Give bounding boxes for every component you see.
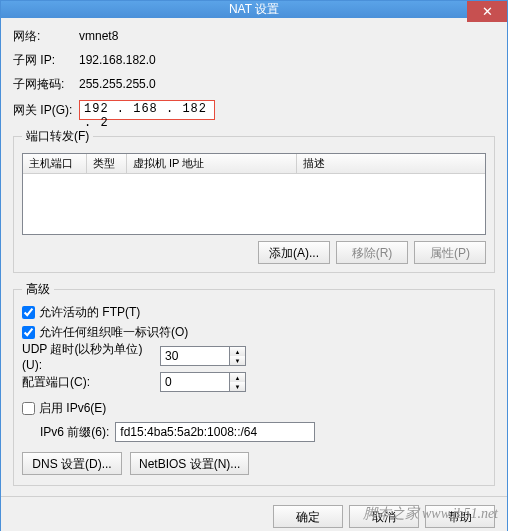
down-arrow-icon[interactable]: ▼: [230, 356, 245, 365]
network-row: 网络: vmnet8: [13, 26, 495, 46]
remove-button[interactable]: 移除(R): [336, 241, 408, 264]
gateway-input[interactable]: 192 . 168 . 182 . 2: [79, 100, 215, 120]
ipv6-prefix-label: IPv6 前缀(6):: [40, 424, 109, 441]
cancel-button[interactable]: 取消: [349, 505, 419, 528]
netbios-settings-button[interactable]: NetBIOS 设置(N)...: [130, 452, 249, 475]
org-checkbox[interactable]: [22, 326, 35, 339]
udp-spinner[interactable]: ▲▼: [160, 346, 246, 366]
ftp-checkbox-row[interactable]: 允许活动的 FTP(T): [22, 302, 486, 322]
close-button[interactable]: ✕: [467, 1, 507, 22]
ipv6-prefix-input[interactable]: [115, 422, 315, 442]
port-forward-legend: 端口转发(F): [22, 128, 93, 145]
table-header: 主机端口 类型 虚拟机 IP 地址 描述: [23, 154, 485, 174]
ipv6-checkbox[interactable]: [22, 402, 35, 415]
mask-label: 子网掩码:: [13, 76, 75, 93]
subnet-row: 子网 IP: 192.168.182.0: [13, 50, 495, 70]
gateway-row: 网关 IP(G): 192 . 168 . 182 . 2: [13, 100, 495, 120]
up-arrow-icon[interactable]: ▲: [230, 373, 245, 382]
content-area: 网络: vmnet8 子网 IP: 192.168.182.0 子网掩码: 25…: [1, 18, 507, 496]
port-spinner[interactable]: ▲▼: [160, 372, 246, 392]
col-vmip[interactable]: 虚拟机 IP 地址: [127, 154, 297, 173]
port-input[interactable]: [160, 372, 230, 392]
port-arrows[interactable]: ▲▼: [230, 372, 246, 392]
org-checkbox-row[interactable]: 允许任何组织唯一标识符(O): [22, 322, 486, 342]
col-desc[interactable]: 描述: [297, 154, 485, 173]
props-button[interactable]: 属性(P): [414, 241, 486, 264]
ipv6-prefix-row: IPv6 前缀(6):: [40, 422, 486, 442]
network-value: vmnet8: [79, 29, 118, 43]
ftp-checkbox[interactable]: [22, 306, 35, 319]
nat-settings-window: NAT 设置 ✕ 网络: vmnet8 子网 IP: 192.168.182.0…: [0, 0, 508, 531]
help-button[interactable]: 帮助: [425, 505, 495, 528]
gateway-label: 网关 IP(G):: [13, 102, 75, 119]
port-row: 配置端口(C): ▲▼: [22, 370, 486, 394]
col-host[interactable]: 主机端口: [23, 154, 87, 173]
col-type[interactable]: 类型: [87, 154, 127, 173]
dns-settings-button[interactable]: DNS 设置(D)...: [22, 452, 122, 475]
udp-input[interactable]: [160, 346, 230, 366]
down-arrow-icon[interactable]: ▼: [230, 382, 245, 391]
port-forward-group: 端口转发(F) 主机端口 类型 虚拟机 IP 地址 描述 添加(A)... 移除…: [13, 128, 495, 273]
up-arrow-icon[interactable]: ▲: [230, 347, 245, 356]
add-button[interactable]: 添加(A)...: [258, 241, 330, 264]
advanced-legend: 高级: [22, 281, 54, 298]
ok-button[interactable]: 确定: [273, 505, 343, 528]
window-title: NAT 设置: [1, 1, 507, 18]
org-label: 允许任何组织唯一标识符(O): [39, 324, 188, 341]
udp-arrows[interactable]: ▲▼: [230, 346, 246, 366]
dialog-footer: 确定 取消 帮助: [1, 496, 507, 531]
udp-label: UDP 超时(以秒为单位)(U):: [22, 341, 154, 372]
port-forward-table[interactable]: 主机端口 类型 虚拟机 IP 地址 描述: [22, 153, 486, 235]
settings-buttons: DNS 设置(D)... NetBIOS 设置(N)...: [22, 452, 486, 475]
port-forward-buttons: 添加(A)... 移除(R) 属性(P): [22, 241, 486, 264]
mask-value: 255.255.255.0: [79, 77, 156, 91]
mask-row: 子网掩码: 255.255.255.0: [13, 74, 495, 94]
udp-row: UDP 超时(以秒为单位)(U): ▲▼: [22, 344, 486, 368]
ftp-label: 允许活动的 FTP(T): [39, 304, 140, 321]
port-label: 配置端口(C):: [22, 374, 154, 391]
subnet-value: 192.168.182.0: [79, 53, 156, 67]
ipv6-checkbox-row[interactable]: 启用 IPv6(E): [22, 398, 486, 418]
subnet-label: 子网 IP:: [13, 52, 75, 69]
advanced-group: 高级 允许活动的 FTP(T) 允许任何组织唯一标识符(O) UDP 超时(以秒…: [13, 281, 495, 486]
network-label: 网络:: [13, 28, 75, 45]
ipv6-label: 启用 IPv6(E): [39, 400, 106, 417]
title-bar: NAT 设置 ✕: [1, 1, 507, 18]
